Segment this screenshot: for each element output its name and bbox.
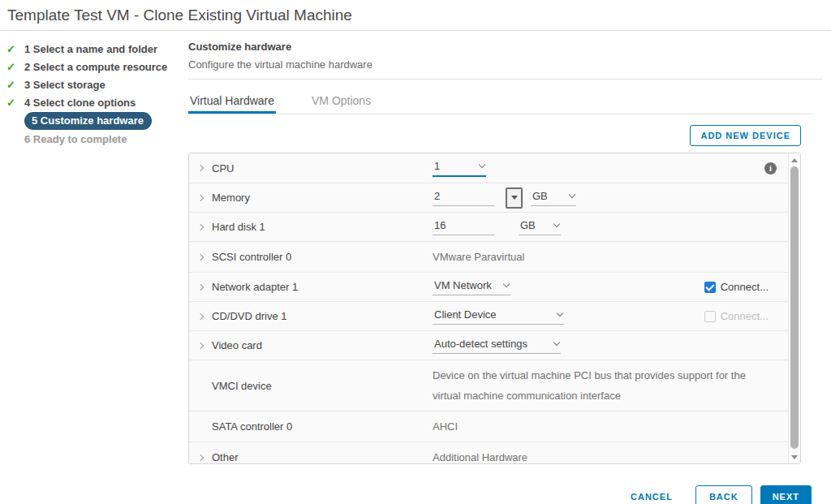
device-value-text: VMware Paravirtual [433,242,539,272]
dropdown-triangle-icon [511,196,518,200]
checkbox-icon [704,311,716,322]
wizard-step-1[interactable]: ✓1 Select a name and folder [6,41,180,58]
select-value: GB [520,219,536,231]
hardware-row-hard-disk-1: Hard disk 116GB [189,212,788,241]
connect-checkbox: Connect... [704,310,769,322]
expand-chevron-icon[interactable] [189,455,212,460]
step-label: 5 Customize hardware [24,112,152,130]
network-adapter-1-select[interactable]: VM Network [433,279,510,295]
select-value: Auto-detect settings [434,338,527,350]
wizard-step-6: 6 Ready to complete [6,131,180,148]
step-check-icon: ✓ [6,97,24,109]
step-header-subtitle: Configure the virtual machine hardware [188,58,823,80]
device-value-text: Device on the virtual machine PCI bus th… [433,360,788,411]
device-label: CPU [212,162,433,174]
tab-virtual-hardware[interactable]: Virtual Hardware [188,89,276,114]
table-scrollbar[interactable] [788,153,800,463]
expand-chevron-icon[interactable] [189,285,212,290]
info-icon[interactable]: i [764,162,777,174]
tab-vm-options[interactable]: VM Options [310,89,372,114]
step-check-icon: ✓ [6,61,24,73]
checkbox-label: Connect... [721,281,769,293]
step-label: 1 Select a name and folder [24,41,157,57]
step-check-icon: ✓ [6,79,24,91]
step-label: 2 Select a compute resource [24,59,167,75]
scroll-up-icon[interactable] [789,154,800,166]
device-label: VMCI device [212,380,433,392]
expand-chevron-icon[interactable] [189,166,212,170]
hardware-row-cpu: CPU1i [189,153,788,183]
cancel-button[interactable]: CANCEL [627,487,676,504]
chevron-down-icon [553,220,560,226]
scrollbar-thumb[interactable] [790,166,799,449]
device-label: Memory [212,192,433,204]
hardware-row-memory: Memory2GB [189,183,788,212]
wizard-step-4[interactable]: ✓4 Select clone options [6,94,180,111]
chevron-down-icon [479,161,485,167]
step-header-title: Customize hardware [188,41,823,53]
checkbox-icon [704,282,716,293]
device-label: Other [212,451,433,463]
hardware-table: CPU1iMemory2GBHard disk 116GBSCSI contro… [188,153,801,464]
device-label: Video card [212,339,433,351]
step-label: 3 Select storage [24,77,105,93]
select-value: Client Device [434,308,497,321]
device-label: SATA controller 0 [212,420,433,433]
step-check-icon: ✓ [6,43,24,55]
hardware-tabs: Virtual HardwareVM Options [188,89,813,114]
hardware-row-network-adapter-1: Network adapter 1VM NetworkConnect... [189,272,788,301]
chevron-down-icon [553,338,560,345]
next-button[interactable]: NEXT [760,485,812,504]
select-value: 1 [434,160,440,172]
wizard-step-2[interactable]: ✓2 Select a compute resource [6,58,180,75]
select-value: VM Network [434,279,492,291]
expand-chevron-icon[interactable] [189,343,212,348]
device-label: CD/DVD drive 1 [212,310,433,322]
hard-disk-1-unit-select[interactable]: GB [519,219,561,235]
hardware-row-other: OtherAdditional Hardware [189,442,788,464]
checkbox-label: Connect... [721,310,769,322]
device-label: Hard disk 1 [212,221,433,233]
add-new-device-button[interactable]: ADD NEW DEVICE [690,125,801,146]
video-card-select[interactable]: Auto-detect settings [433,338,561,354]
connect-checkbox[interactable]: Connect... [704,281,769,293]
chevron-down-icon [503,280,510,286]
step-label: 6 Ready to complete [24,131,127,147]
device-label: SCSI controller 0 [212,251,433,263]
chevron-down-icon [557,309,563,316]
hardware-row-cd-dvd-drive-1: CD/DVD drive 1Client DeviceConnect... [189,301,788,330]
hardware-row-scsi-controller-0: SCSI controller 0VMware Paravirtual [189,241,788,272]
chevron-down-icon [569,191,575,197]
expand-chevron-icon[interactable] [189,314,212,319]
wizard-steps: ✓1 Select a name and folder✓2 Select a c… [0,31,180,149]
memory-unit-select[interactable]: GB [531,190,576,206]
device-value-text: AHCI [433,411,472,442]
expand-chevron-icon[interactable] [189,255,212,260]
memory-size-input[interactable]: 2 [433,190,494,206]
step-label: 4 Select clone options [24,95,136,110]
hardware-row-vmci-device: VMCI deviceDevice on the virtual machine… [189,360,788,411]
device-value-text: Additional Hardware [433,442,542,464]
hardware-rows: CPU1iMemory2GBHard disk 116GBSCSI contro… [189,153,788,463]
expand-chevron-icon[interactable] [189,196,212,200]
cpu-select[interactable]: 1 [433,160,486,177]
scroll-down-icon[interactable] [789,451,800,463]
memory-suggest-dropdown-button[interactable] [506,187,523,209]
device-label: Network adapter 1 [212,281,433,293]
wizard-step-3[interactable]: ✓3 Select storage [6,76,180,93]
wizard-step-5[interactable]: 5 Customize hardware [6,112,180,130]
select-value: GB [532,190,548,202]
expand-chevron-icon[interactable] [189,225,212,230]
wizard-title: Template Test VM - Clone Existing Virtua… [0,0,831,30]
back-button[interactable]: BACK [695,485,752,504]
cd-dvd-drive-1-select[interactable]: Client Device [433,308,564,325]
hardware-row-video-card: Video cardAuto-detect settings [189,330,788,360]
hardware-row-sata-controller-0: SATA controller 0AHCI [189,411,788,442]
hard-disk-1-size-input[interactable]: 16 [433,219,494,235]
